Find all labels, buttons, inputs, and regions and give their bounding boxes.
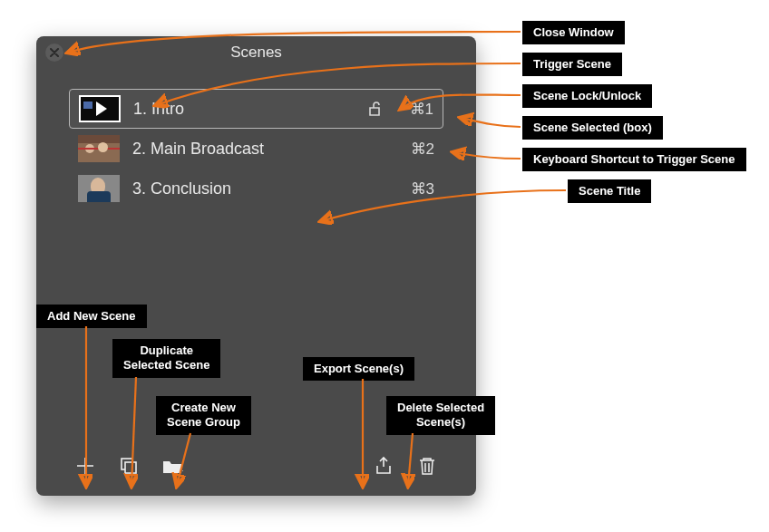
panel-title: Scenes: [36, 44, 476, 62]
anno-add: Add New Scene: [36, 305, 147, 328]
scene-title: 3. Conclusion: [132, 179, 353, 198]
scene-shortcut: ⌘2: [398, 140, 434, 159]
anno-duplicate: Duplicate Selected Scene: [112, 339, 220, 378]
scene-thumbnail[interactable]: [78, 135, 120, 162]
anno-trigger: Trigger Scene: [522, 53, 622, 76]
export-icon: [373, 455, 394, 477]
scene-title: 1. Intro: [133, 100, 352, 119]
scene-shortcut: ⌘3: [398, 179, 434, 198]
folder-plus-icon: +: [161, 455, 183, 477]
scene-list: 1. Intro ⌘1 2. Main Broadcast ⌘2 3. Conc…: [36, 69, 476, 208]
svg-rect-1: [125, 462, 136, 473]
scene-thumbnail[interactable]: [79, 95, 121, 122]
scene-row[interactable]: 1. Intro ⌘1: [69, 89, 443, 129]
duplicate-scene-button[interactable]: [116, 453, 141, 479]
scene-row[interactable]: 2. Main Broadcast ⌘2: [69, 129, 443, 169]
anno-delete: Delete Selected Scene(s): [386, 396, 495, 435]
titlebar: Scenes: [36, 36, 476, 69]
anno-title: Scene Title: [568, 179, 651, 203]
scene-row[interactable]: 3. Conclusion ⌘3: [69, 169, 443, 208]
anno-close: Close Window: [522, 21, 625, 44]
export-scene-button[interactable]: [371, 453, 396, 479]
trash-icon: [416, 455, 438, 477]
lock-button[interactable]: [365, 101, 384, 117]
toolbar: +: [36, 445, 476, 496]
add-scene-button[interactable]: [73, 453, 98, 479]
close-button[interactable]: [45, 44, 63, 62]
unlock-icon: [367, 101, 382, 117]
svg-text:+: +: [182, 466, 183, 476]
scene-shortcut: ⌘1: [397, 100, 433, 119]
delete-scene-button[interactable]: [414, 453, 440, 479]
anno-lock: Scene Lock/Unlock: [522, 84, 652, 108]
plus-icon: [74, 455, 96, 477]
close-icon: [50, 48, 59, 57]
scene-title: 2. Main Broadcast: [132, 140, 353, 159]
new-scene-group-button[interactable]: +: [160, 453, 185, 479]
scene-thumbnail[interactable]: [78, 175, 120, 202]
anno-group: Create New Scene Group: [156, 396, 251, 435]
anno-export: Export Scene(s): [303, 357, 414, 381]
anno-selected: Scene Selected (box): [522, 116, 663, 140]
anno-shortcut: Keyboard Shortcut to Trigger Scene: [522, 148, 746, 171]
duplicate-icon: [118, 455, 140, 477]
